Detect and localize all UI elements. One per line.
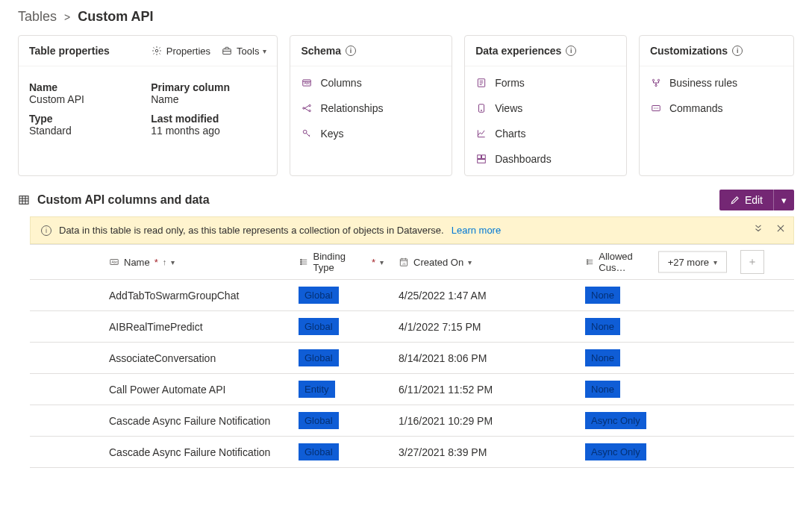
binding-badge: Global (299, 412, 339, 429)
svg-rect-12 (482, 155, 486, 159)
svg-text:21: 21 (402, 262, 406, 266)
schema-columns-link[interactable]: Abc Columns (301, 77, 441, 89)
value-type: Standard (29, 125, 145, 137)
column-header-binding-type[interactable]: Binding Type* ▾ (291, 245, 391, 279)
card-title-properties: Table properties (29, 45, 110, 57)
cell-allowed: None (578, 343, 670, 372)
tools-button[interactable]: Tools ▾ (221, 45, 266, 57)
cell-binding: Entity (291, 375, 391, 404)
forms-label: Forms (495, 77, 525, 89)
allowed-badge: None (585, 381, 620, 398)
views-link[interactable]: Views (475, 102, 616, 114)
info-icon[interactable]: i (566, 46, 576, 56)
schema-relationships-label: Relationships (320, 102, 383, 114)
svg-text:Abc: Abc (112, 260, 119, 264)
schema-keys-link[interactable]: Keys (301, 128, 441, 140)
dashboards-label: Dashboards (495, 153, 552, 165)
value-name: Custom API (29, 93, 145, 105)
edit-dropdown-button[interactable]: ▾ (773, 190, 794, 210)
info-icon: i (41, 225, 51, 236)
business-rules-icon (650, 77, 662, 89)
relationships-icon (301, 102, 313, 114)
cell-allowed: None (578, 281, 670, 310)
column-header-created-on[interactable]: 21 Created On ▾ (391, 245, 578, 279)
cell-name: Call Power Automate API (102, 378, 291, 402)
card-data-experiences: Data experiences i Forms Views (464, 35, 627, 176)
cell-created: 3/27/2021 8:39 PM (391, 440, 578, 464)
info-icon[interactable]: i (346, 46, 356, 56)
col-allowed-label: Allowed Cus… (599, 251, 655, 273)
column-header-allowed-custom[interactable]: Allowed Cus… * (578, 245, 670, 279)
breadcrumb-current: Custom API (78, 9, 153, 25)
card-title-data-exp: Data experiences (475, 45, 561, 57)
binding-badge: Global (299, 443, 339, 460)
cell-created: 4/25/2022 1:47 AM (391, 284, 578, 307)
column-header-name[interactable]: Abc Name* ↑ ▾ (102, 245, 291, 279)
pencil-icon (730, 195, 740, 205)
options-icon (585, 257, 594, 267)
row-gutter (30, 446, 102, 458)
cell-allowed: Async Only (578, 437, 670, 466)
table-row[interactable]: Call Power Automate APIEntity6/11/2021 1… (30, 374, 794, 405)
text-field-icon: Abc (109, 257, 119, 267)
edit-button[interactable]: Edit (719, 190, 773, 210)
toolbox-icon (221, 45, 233, 57)
cell-binding: Global (291, 437, 391, 466)
cell-binding: Global (291, 343, 391, 372)
svg-point-28 (587, 263, 588, 265)
dashboards-icon (475, 153, 487, 165)
table-row[interactable]: AddTabToSwarmGroupChatGlobal4/25/2022 1:… (30, 280, 794, 311)
charts-link[interactable]: Charts (475, 128, 616, 140)
info-icon[interactable]: i (732, 46, 743, 56)
commands-label: Commands (669, 102, 723, 114)
properties-button[interactable]: Properties (151, 45, 210, 57)
row-gutter (30, 290, 102, 302)
cell-binding: Global (291, 281, 391, 310)
binding-badge: Global (299, 349, 339, 366)
grid-icon (18, 194, 30, 206)
svg-point-14 (652, 79, 654, 81)
add-column-button[interactable]: ＋ (740, 250, 764, 274)
svg-point-7 (304, 130, 307, 134)
data-grid: Abc Name* ↑ ▾ Binding Type* ▾ 21 Created… (30, 244, 794, 468)
svg-point-6 (309, 110, 310, 111)
schema-relationships-link[interactable]: Relationships (301, 102, 441, 114)
required-star-icon: * (154, 257, 158, 268)
card-table-properties: Table properties Properties Tools ▾ (18, 35, 278, 176)
more-columns-button[interactable]: +27 more ▾ (658, 252, 727, 273)
chevron-down-icon: ▾ (263, 47, 266, 55)
table-row[interactable]: Cascade Async Failure NotificationGlobal… (30, 437, 794, 468)
table-row[interactable]: AssociateConversationGlobal8/14/2021 8:0… (30, 343, 794, 374)
allowed-badge: Async Only (585, 443, 646, 460)
schema-columns-label: Columns (320, 77, 361, 89)
svg-point-5 (309, 104, 310, 106)
card-schema: Schema i Abc Columns Relationships (290, 35, 452, 176)
svg-rect-1 (223, 49, 231, 54)
chevron-down-icon: ▾ (171, 258, 175, 266)
close-banner-button[interactable] (775, 223, 786, 234)
breadcrumb-parent[interactable]: Tables (18, 9, 57, 25)
forms-link[interactable]: Forms (475, 77, 616, 89)
svg-point-10 (481, 110, 482, 110)
table-row[interactable]: Cascade Async Failure NotificationGlobal… (30, 405, 794, 437)
svg-point-27 (587, 261, 588, 263)
readonly-banner: i Data in this table is read only, as th… (30, 216, 794, 244)
cell-name: AddTabToSwarmGroupChat (102, 284, 291, 307)
grid-header-row: Abc Name* ↑ ▾ Binding Type* ▾ 21 Created… (30, 244, 794, 280)
svg-point-21 (301, 259, 302, 260)
table-row[interactable]: AIBRealTimePredictGlobal4/1/2022 7:15 PM… (30, 311, 794, 343)
learn-more-link[interactable]: Learn more (452, 225, 501, 236)
dashboards-link[interactable]: Dashboards (475, 153, 616, 165)
charts-label: Charts (495, 128, 525, 140)
value-last-modified: 11 months ago (151, 125, 266, 137)
calendar-icon: 21 (399, 257, 409, 267)
binding-badge: Global (299, 318, 339, 335)
cell-binding: Global (291, 406, 391, 435)
card-title-schema: Schema (301, 45, 341, 57)
label-name: Name (29, 81, 145, 93)
commands-link[interactable]: Commands (650, 102, 783, 114)
schema-keys-label: Keys (320, 128, 343, 140)
business-rules-link[interactable]: Business rules (650, 77, 783, 89)
svg-point-16 (655, 84, 657, 86)
collapse-banner-button[interactable] (753, 223, 763, 234)
